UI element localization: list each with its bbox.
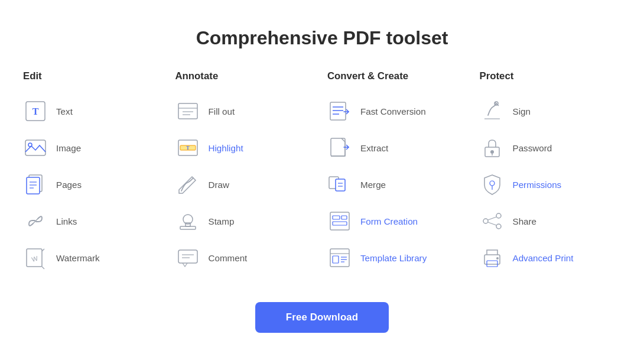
svg-rect-24 <box>178 250 197 263</box>
svg-rect-14 <box>178 103 197 119</box>
password-label: Password <box>513 143 552 153</box>
stamp-label: Stamp <box>209 216 235 226</box>
advancedprint-icon <box>480 245 505 270</box>
svg-rect-33 <box>336 179 345 191</box>
tool-text[interactable]: T Text <box>21 93 167 129</box>
free-download-button[interactable]: Free Download <box>255 302 389 333</box>
links-icon <box>23 209 48 233</box>
svg-rect-36 <box>330 212 349 230</box>
svg-rect-39 <box>341 216 347 219</box>
image-label: Image <box>56 143 81 153</box>
highlight-icon: T <box>175 135 200 160</box>
svg-rect-2 <box>25 140 45 155</box>
svg-text:T: T <box>32 106 39 116</box>
pages-icon <box>23 172 48 197</box>
draw-icon <box>175 172 200 197</box>
tool-advanced-print[interactable]: Advanced Print <box>477 239 624 276</box>
tool-share[interactable]: Share <box>477 203 624 239</box>
text-label: Text <box>56 106 73 116</box>
comment-icon <box>175 245 200 270</box>
tool-stamp[interactable]: Stamp <box>173 203 320 239</box>
svg-point-55 <box>496 224 501 229</box>
svg-point-54 <box>483 219 488 223</box>
sign-label: Sign <box>513 106 531 116</box>
tool-password[interactable]: Password <box>477 129 624 166</box>
fillout-label: Fill out <box>209 106 235 116</box>
share-label: Share <box>513 216 537 226</box>
share-icon <box>480 209 505 233</box>
sign-icon <box>480 99 505 124</box>
svg-rect-37 <box>333 216 340 219</box>
svg-line-56 <box>488 217 496 220</box>
svg-rect-31 <box>331 138 345 156</box>
svg-point-51 <box>490 181 495 186</box>
fastconv-icon <box>327 99 352 124</box>
tool-comment[interactable]: Comment <box>173 239 320 276</box>
page-title: Comprehensive PDF toolset <box>196 27 448 49</box>
svg-text:T: T <box>186 145 190 151</box>
merge-icon <box>327 172 352 197</box>
tool-draw[interactable]: Draw <box>173 166 320 203</box>
links-label: Links <box>56 216 77 226</box>
tool-pages[interactable]: Pages <box>21 166 167 203</box>
tool-image[interactable]: Image <box>21 129 167 166</box>
svg-rect-38 <box>333 222 347 225</box>
svg-text:W: W <box>31 255 39 263</box>
text-icon: T <box>23 99 48 124</box>
pages-label: Pages <box>56 180 82 190</box>
svg-line-13 <box>42 267 44 269</box>
svg-rect-5 <box>27 177 40 194</box>
svg-rect-27 <box>330 102 346 120</box>
image-icon <box>23 135 48 160</box>
tool-permissions[interactable]: Permissions <box>477 166 624 203</box>
extract-icon <box>327 135 352 160</box>
svg-line-9 <box>33 219 38 223</box>
column-header-protect: Protect <box>477 70 624 82</box>
svg-point-60 <box>496 257 499 260</box>
tool-fillout[interactable]: Fill out <box>173 93 320 129</box>
tool-sign[interactable]: Sign <box>477 93 624 129</box>
svg-rect-42 <box>333 256 339 263</box>
svg-point-3 <box>28 143 32 147</box>
formcreation-label: Form Creation <box>360 216 418 226</box>
column-header-convert: Convert & Create <box>325 70 471 82</box>
formcreation-icon <box>327 209 352 233</box>
permissions-icon <box>480 172 505 197</box>
svg-point-53 <box>496 213 501 218</box>
watermark-icon: W <box>23 245 48 270</box>
fastconv-label: Fast Conversion <box>360 106 426 116</box>
watermark-label: Watermark <box>56 253 100 263</box>
column-protect: Protect Sign Password <box>477 70 624 276</box>
toolset-grid: Edit T Text Image Pages <box>21 70 623 276</box>
column-convert-create: Convert & Create Fast Conversion Extract <box>325 70 471 276</box>
merge-label: Merge <box>360 180 386 190</box>
permissions-label: Permissions <box>513 180 562 190</box>
svg-line-57 <box>488 222 496 225</box>
tool-fast-conversion[interactable]: Fast Conversion <box>325 93 471 129</box>
column-edit: Edit T Text Image Pages <box>21 70 167 276</box>
svg-point-49 <box>490 150 494 154</box>
svg-rect-59 <box>487 261 497 267</box>
stamp-icon <box>175 209 200 233</box>
svg-rect-40 <box>330 249 349 267</box>
tool-extract[interactable]: Extract <box>325 129 471 166</box>
password-icon <box>480 135 505 160</box>
extract-label: Extract <box>360 143 388 153</box>
tool-template-library[interactable]: Template Library <box>325 239 471 276</box>
column-annotate: Annotate Fill out T Highlight Dr <box>173 70 320 276</box>
fillout-icon <box>175 99 200 124</box>
tool-links[interactable]: Links <box>21 203 167 239</box>
draw-label: Draw <box>209 180 229 190</box>
highlight-label: Highlight <box>209 143 243 153</box>
advancedprint-label: Advanced Print <box>513 253 574 263</box>
templatelibrary-label: Template Library <box>360 253 427 263</box>
tool-highlight[interactable]: T Highlight <box>173 129 320 166</box>
templatelibrary-icon <box>327 245 352 270</box>
tool-merge[interactable]: Merge <box>325 166 471 203</box>
comment-label: Comment <box>209 253 248 263</box>
column-header-edit: Edit <box>21 70 167 82</box>
tool-watermark[interactable]: W Watermark <box>21 239 167 276</box>
column-header-annotate: Annotate <box>173 70 320 82</box>
tool-form-creation[interactable]: Form Creation <box>325 203 471 239</box>
